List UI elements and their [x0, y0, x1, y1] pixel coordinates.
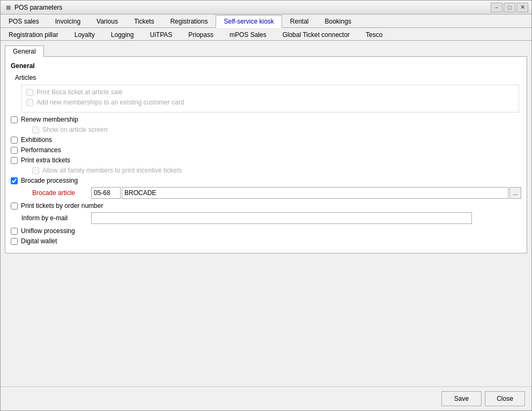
- tab-global-ticket-connector[interactable]: Global Ticket connector: [275, 28, 358, 41]
- renew-membership-row: Renew membership: [11, 116, 521, 123]
- window-controls: − □ ✕: [491, 3, 528, 12]
- exhibitions-label: Exhibitions: [21, 136, 52, 144]
- performances-checkbox[interactable]: [11, 147, 18, 154]
- digital-wallet-label: Digital wallet: [21, 237, 57, 245]
- window-title: POS parameters: [14, 4, 491, 11]
- brocade-code-input[interactable]: [91, 187, 121, 199]
- bottom-bar: Save Close: [1, 386, 531, 410]
- add-memberships-row: Add new memberships to an existing custo…: [26, 99, 514, 106]
- tab-logging[interactable]: Logging: [103, 28, 142, 41]
- inner-tab-row: General: [5, 45, 527, 56]
- articles-box: Print Boca ticket at article sale Add ne…: [21, 85, 519, 113]
- tab-bookings[interactable]: Bookings: [317, 15, 359, 28]
- performances-row: Performances: [11, 146, 521, 154]
- renew-membership-label: Renew membership: [21, 116, 78, 123]
- main-panel: General Articles Print Boca ticket at ar…: [5, 56, 527, 253]
- tab-registrations[interactable]: Registrations: [162, 15, 216, 28]
- sub-tab-row: Registration pillar Loyalty Logging UiTP…: [1, 28, 531, 41]
- add-memberships-checkbox[interactable]: [26, 99, 33, 106]
- close-button[interactable]: Close: [485, 391, 525, 406]
- renew-membership-checkbox[interactable]: [11, 116, 18, 123]
- save-button[interactable]: Save: [441, 391, 482, 406]
- digital-wallet-checkbox[interactable]: [11, 238, 18, 245]
- brocade-name-input[interactable]: [122, 187, 508, 199]
- inform-email-label: Inform by e-mail: [21, 214, 91, 222]
- general-section-title: General: [11, 62, 521, 70]
- tab-mpos-sales[interactable]: mPOS Sales: [221, 28, 275, 41]
- print-tickets-order-checkbox[interactable]: [11, 203, 18, 210]
- app-icon: ▦: [4, 3, 12, 12]
- allow-family-label: Allow all family members to print incent…: [42, 167, 182, 174]
- tab-tesco[interactable]: Tesco: [358, 28, 390, 41]
- uniflow-label: Uniflow processing: [21, 227, 75, 235]
- tab-registration-pillar[interactable]: Registration pillar: [1, 28, 66, 41]
- print-extra-tickets-checkbox[interactable]: [11, 157, 18, 164]
- show-article-row: Show on article screen: [32, 126, 521, 133]
- content-area: General General Articles Print Boca tick…: [1, 41, 531, 386]
- tab-loyalty[interactable]: Loyalty: [66, 28, 103, 41]
- uniflow-checkbox[interactable]: [11, 228, 18, 235]
- articles-title: Articles: [15, 74, 521, 81]
- allow-family-row: Allow all family members to print incent…: [32, 167, 521, 174]
- restore-button[interactable]: □: [504, 3, 515, 12]
- brocade-processing-row: Brocade processing: [11, 177, 521, 184]
- tab-tickets[interactable]: Tickets: [126, 15, 162, 28]
- title-bar: ▦ POS parameters − □ ✕: [1, 1, 531, 14]
- exhibitions-row: Exhibitions: [11, 136, 521, 144]
- performances-label: Performances: [21, 146, 61, 154]
- print-extra-tickets-label: Print extra tickets: [21, 156, 70, 164]
- tab-invoicing[interactable]: Invoicing: [47, 15, 88, 28]
- print-extra-tickets-row: Print extra tickets: [11, 156, 521, 164]
- tab-priopass[interactable]: Priopass: [180, 28, 221, 41]
- show-article-checkbox[interactable]: [32, 126, 39, 133]
- tab-uitpas[interactable]: UiTPAS: [142, 28, 180, 41]
- print-boca-checkbox[interactable]: [26, 89, 33, 96]
- minimize-button[interactable]: −: [491, 3, 503, 12]
- brocade-browse-button[interactable]: ...: [509, 187, 521, 199]
- main-window: ▦ POS parameters − □ ✕ POS sales Invoici…: [0, 0, 532, 411]
- print-tickets-order-label: Print tickets by order number: [21, 202, 103, 210]
- main-tab-row: POS sales Invoicing Various Tickets Regi…: [1, 14, 531, 28]
- print-boca-row: Print Boca ticket at article sale: [26, 88, 514, 96]
- brocade-processing-checkbox[interactable]: [11, 177, 18, 184]
- allow-family-checkbox[interactable]: [32, 167, 39, 174]
- tab-general[interactable]: General: [5, 46, 44, 57]
- uniflow-row: Uniflow processing: [11, 227, 521, 235]
- brocade-processing-label: Brocade processing: [21, 177, 78, 184]
- show-article-label: Show on article screen: [42, 126, 107, 133]
- digital-wallet-row: Digital wallet: [11, 237, 521, 245]
- brocade-article-row: Brocade article ...: [32, 187, 521, 199]
- close-window-button[interactable]: ✕: [516, 3, 528, 12]
- tab-various[interactable]: Various: [88, 15, 126, 28]
- tab-self-service-kiosk[interactable]: Self-service kiosk: [216, 15, 282, 28]
- print-tickets-order-row: Print tickets by order number: [11, 202, 521, 210]
- inform-email-row: Inform by e-mail: [21, 212, 521, 224]
- tab-rental[interactable]: Rental: [282, 15, 317, 28]
- exhibitions-checkbox[interactable]: [11, 137, 18, 144]
- tab-pos-sales[interactable]: POS sales: [1, 15, 47, 28]
- add-memberships-label: Add new memberships to an existing custo…: [36, 99, 184, 106]
- email-input[interactable]: [91, 212, 472, 224]
- brocade-article-label[interactable]: Brocade article: [32, 189, 91, 197]
- print-boca-label: Print Boca ticket at article sale: [36, 88, 123, 96]
